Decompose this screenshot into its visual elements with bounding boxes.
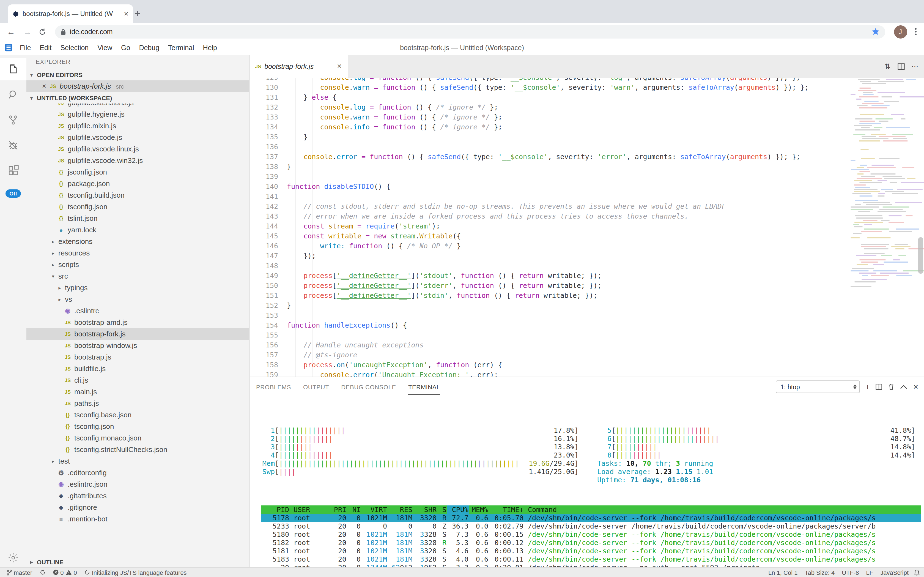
bell-icon[interactable] [914,569,919,575]
column-RES[interactable]: RES [387,505,412,514]
workspace-header[interactable]: ▾ UNTITLED (WORKSPACE) [26,92,249,103]
address-bar[interactable]: ide.coder.com [55,25,885,38]
browser-tab[interactable]: bootstrap-fork.js — Untitled (W ✕ [8,5,133,23]
tree-item-resources[interactable]: ▸resources [26,247,249,259]
tree-item-bootstrap-amd.js[interactable]: JSbootstrap-amd.js [26,317,249,328]
tree-item-tsconfig.strictNullChecks.json[interactable]: {}tsconfig.strictNullChecks.json [26,444,249,455]
tree-item-jsconfig.json[interactable]: {}jsconfig.json [26,166,249,178]
tree-item-bootstrap-fork.js[interactable]: JSbootstrap-fork.js [26,328,249,340]
activity-debug-disabled[interactable] [0,134,26,156]
sync-status[interactable] [37,569,48,575]
eol[interactable]: LF [864,569,876,575]
activity-explorer[interactable] [0,58,26,81]
minimap[interactable] [848,79,915,299]
tab-size[interactable]: Tab Size: 4 [802,569,837,575]
tree-item-tslint.json[interactable]: {}tslint.json [26,213,249,224]
avatar[interactable]: J [894,25,907,38]
tree-item-cli.js[interactable]: JScli.js [26,374,249,386]
tree-item-test[interactable]: ▸test [26,455,249,467]
tree-item-gulpfile.mixin.js[interactable]: JSgulpfile.mixin.js [26,120,249,132]
tree-item-.mention-bot[interactable]: ≡.mention-bot [26,513,249,525]
menu-file[interactable]: File [16,42,35,53]
menu-debug[interactable]: Debug [135,42,163,53]
tree-item-.editorconfig[interactable]: ⚙.editorconfig [26,467,249,479]
tree-item-.gitignore[interactable]: ◆.gitignore [26,501,249,513]
menu-edit[interactable]: Edit [36,42,55,53]
git-branch-status[interactable]: master [5,569,34,575]
kill-terminal-icon[interactable] [888,383,895,390]
tree-item-bootstrap-window.js[interactable]: JSbootstrap-window.js [26,340,249,351]
panel-tab-debug-console[interactable]: DEBUG CONSOLE [341,379,396,395]
new-tab-button[interactable]: + [131,7,144,20]
language-mode[interactable]: JavaScript [878,569,911,575]
menu-selection[interactable]: Selection [56,42,92,53]
new-terminal-icon[interactable]: + [865,382,870,392]
column-NI[interactable]: NI [346,505,361,514]
more-actions-icon[interactable]: ⋯ [911,62,919,71]
close-icon[interactable]: ✕ [42,83,47,89]
column-TIME+[interactable]: TIME+ [488,505,524,514]
tree-item-extensions[interactable]: ▸extensions [26,235,249,247]
open-editors-header[interactable]: ▾ OPEN EDITORS [26,69,249,81]
column-PID[interactable]: PID [260,505,289,514]
tree-item-gulpfile.vscode.js[interactable]: JSgulpfile.vscode.js [26,132,249,143]
tree-item-yarn.lock[interactable]: ●yarn.lock [26,224,249,235]
reload-icon[interactable] [39,28,46,35]
tree-item-gulpfile.vscode.win32.js[interactable]: JSgulpfile.vscode.win32.js [26,155,249,166]
tree-item-src[interactable]: ▾src [26,270,249,282]
close-panel-icon[interactable]: ✕ [913,383,919,391]
bookmark-star-icon[interactable] [871,27,879,36]
editor-tab-close-icon[interactable]: ✕ [337,63,342,70]
panel-tab-problems[interactable]: PROBLEMS [256,379,291,395]
tree-item-scripts[interactable]: ▸scripts [26,259,249,270]
column-SHR[interactable]: SHR [412,505,437,514]
maximize-panel-icon[interactable] [900,384,908,389]
tree-item-tsconfig.json[interactable]: {}tsconfig.json [26,201,249,213]
menu-view[interactable]: View [93,42,116,53]
tree-item-paths.js[interactable]: JSpaths.js [26,398,249,409]
problems-status[interactable]: 0 0 [50,569,79,575]
tree-item-bootstrap.js[interactable]: JSbootstrap.js [26,351,249,363]
forward-icon[interactable]: → [22,27,33,36]
encoding[interactable]: UTF-8 [840,569,861,575]
column-USER[interactable]: USER [289,505,330,514]
tree-item-typings[interactable]: ▸typings [26,282,249,293]
tree-item-tsconfig.monaco.json[interactable]: {}tsconfig.monaco.json [26,432,249,444]
tab-close-icon[interactable]: ✕ [124,10,129,17]
language-status-message[interactable]: Initializing JS/TS language features [82,569,189,575]
outline-header[interactable]: ▸ OUTLINE [26,556,249,567]
tree-item-tsconfig.base.json[interactable]: {}tsconfig.base.json [26,409,249,421]
activity-source-control[interactable] [0,109,26,131]
panel-tab-terminal[interactable]: TERMINAL [408,379,440,395]
column-VIRT[interactable]: VIRT [361,505,387,514]
activity-settings[interactable] [0,552,26,563]
editor-tab[interactable]: JS bootstrap-fork.js ✕ [249,55,348,77]
split-terminal-icon[interactable] [876,383,883,390]
activity-extensions[interactable] [0,160,26,182]
column-Command[interactable]: Command [524,505,921,514]
open-editor-item[interactable]: ✕ JS bootstrap-fork.js src [26,81,249,92]
tree-item-.gitattributes[interactable]: ◆.gitattributes [26,490,249,501]
tree-item-.eslintrc.json[interactable]: ◉.eslintrc.json [26,479,249,490]
tree-item-buildfile.js[interactable]: JSbuildfile.js [26,363,249,374]
editor-scrollbar[interactable] [918,237,923,274]
terminal-output[interactable]: 1[||||||||||||||||17.8%]2[|||||||||||||1… [249,396,924,567]
browser-menu-icon[interactable] [913,28,919,35]
tree-item-package.json[interactable]: {}package.json [26,178,249,189]
column-S[interactable]: S [437,505,447,514]
tree-item-vs[interactable]: ▸vs [26,293,249,305]
column-MEM%[interactable]: MEM% [468,505,488,514]
sync-editors-icon[interactable]: ⇅ [884,62,890,71]
menu-terminal[interactable]: Terminal [164,42,198,53]
column-CPU%[interactable]: CPU% [447,505,468,514]
tree-item-tsconfig.json[interactable]: {}tsconfig.json [26,421,249,432]
status-badge-off[interactable]: Off [5,189,21,198]
activity-search[interactable] [0,84,26,106]
column-PRI[interactable]: PRI [330,505,346,514]
tree-item-gulpfile.hygiene.js[interactable]: JSgulpfile.hygiene.js [26,108,249,120]
menu-help[interactable]: Help [199,42,221,53]
split-editor-icon[interactable] [897,63,905,70]
terminal-select[interactable]: 1: htop [775,380,860,393]
url-text[interactable]: ide.coder.com [70,28,867,35]
panel-tab-output[interactable]: OUTPUT [303,379,329,395]
